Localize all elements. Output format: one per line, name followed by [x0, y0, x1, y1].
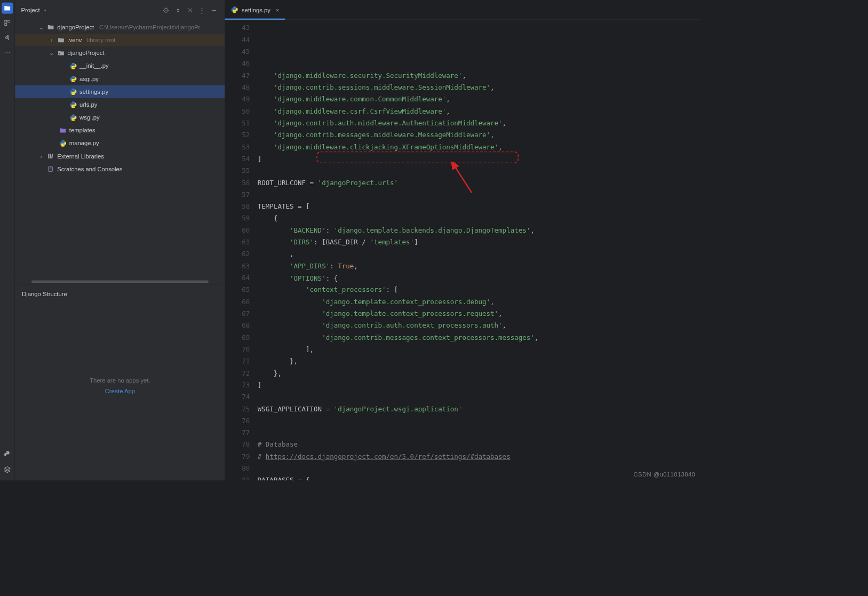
svg-point-3 [6, 451, 6, 452]
hide-panel-icon[interactable] [210, 5, 219, 15]
tree-external-libraries[interactable]: › External Libraries [15, 149, 225, 162]
services-icon[interactable] [2, 464, 13, 475]
folder-icon [57, 36, 65, 44]
django-structure-panel: Django Structure There are no apps yet. … [15, 284, 225, 481]
django-empty-text: There are no apps yet. [90, 377, 150, 384]
tree-file-urls[interactable]: urls.py [15, 98, 225, 111]
svg-point-6 [59, 53, 60, 54]
close-tab-icon[interactable]: × [276, 6, 280, 13]
editor-tabs: settings.py × [225, 0, 700, 20]
locate-icon[interactable] [161, 5, 171, 15]
tree-file-wsgi[interactable]: wsgi.py [15, 111, 225, 124]
svg-point-5 [165, 10, 166, 11]
tree-package[interactable]: ⌄ djangoProject [15, 46, 225, 59]
tree-file-manage[interactable]: manage.py [15, 137, 225, 149]
tree-file-asgi[interactable]: asgi.py [15, 72, 225, 85]
tree-file-init[interactable]: __init__.py [15, 59, 225, 72]
svg-rect-0 [5, 20, 7, 22]
svg-rect-9 [51, 154, 53, 158]
more-tool-icon[interactable]: ··· [2, 46, 13, 58]
tree-scratches[interactable]: › Scratches and Consoles [15, 163, 225, 176]
watermark: CSDN @u011013840 [634, 471, 696, 478]
svg-rect-8 [50, 154, 51, 158]
package-icon [57, 49, 65, 57]
svg-rect-7 [48, 154, 49, 158]
chevron-down-icon[interactable] [42, 8, 47, 13]
close-panel-icon[interactable] [185, 5, 195, 15]
structure-tool-icon[interactable] [2, 17, 13, 28]
folder-icon [59, 126, 67, 134]
source-code[interactable]: 'django.middleware.security.SecurityMidd… [258, 20, 700, 480]
folder-icon [47, 23, 55, 31]
panel-title[interactable]: Project [21, 7, 39, 14]
libraries-icon [47, 152, 55, 160]
tree-project-root[interactable]: ⌄ djangoProject C:\Users\z\PycharmProjec… [15, 21, 225, 34]
project-panel-header: Project ⋮ [15, 0, 225, 21]
panel-menu-icon[interactable]: ⋮ [197, 5, 207, 15]
python-file-icon [69, 101, 77, 109]
editor-area: settings.py × 43444546474849505152535455… [225, 0, 700, 480]
line-gutter: 4344454647484950515253545556575859606162… [225, 20, 258, 480]
python-file-icon [69, 75, 77, 83]
tree-templates[interactable]: templates [15, 124, 225, 137]
code-editor[interactable]: 4344454647484950515253545556575859606162… [225, 20, 700, 480]
project-tool-icon[interactable] [2, 3, 13, 14]
svg-rect-2 [5, 23, 7, 26]
python-console-icon[interactable] [2, 449, 13, 460]
python-file-icon [69, 62, 77, 70]
tree-h-scrollbar[interactable] [15, 280, 225, 284]
tab-label: settings.py [242, 6, 270, 13]
svg-rect-1 [8, 20, 10, 22]
tree-venv[interactable]: › .venv library root [15, 34, 225, 46]
python-file-icon [59, 139, 67, 147]
expand-collapse-icon[interactable] [173, 5, 183, 15]
python-file-icon [69, 114, 77, 122]
django-tool-icon[interactable]: dj [2, 32, 13, 43]
tool-rail: dj ··· [0, 0, 15, 480]
project-tree[interactable]: ⌄ djangoProject C:\Users\z\PycharmProjec… [15, 21, 225, 280]
python-file-icon [69, 88, 77, 96]
tab-settings[interactable]: settings.py × [225, 0, 285, 19]
scratches-icon [47, 165, 55, 173]
create-app-link[interactable]: Create App [105, 387, 135, 394]
python-file-icon [231, 6, 238, 13]
project-panel: Project ⋮ ⌄ djangoProject C:\Users\z\Pyc… [15, 0, 225, 480]
tree-file-settings[interactable]: settings.py [15, 85, 225, 98]
django-panel-title: Django Structure [22, 290, 218, 297]
